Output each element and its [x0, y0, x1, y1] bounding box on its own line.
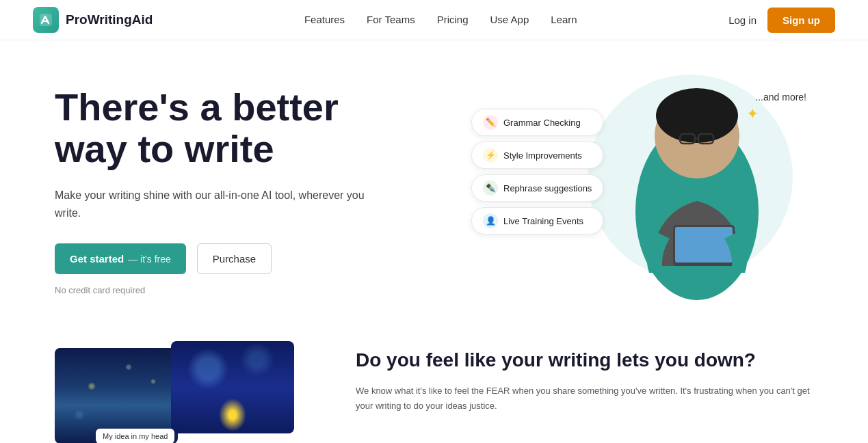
idea-bubble: My idea in my head [96, 429, 174, 443]
nav-for-teams[interactable]: For Teams [367, 14, 415, 25]
hero-section: There's a better way to write Make your … [0, 40, 868, 327]
nav-use-app[interactable]: Use App [490, 14, 529, 25]
star-decoration: ✦ [746, 105, 759, 123]
pill-style: ⚡ Style Improvements [471, 142, 603, 169]
logo-link[interactable]: ProWritingAid [33, 7, 153, 33]
training-icon: 👤 [483, 213, 498, 228]
rephrase-icon: ✒️ [483, 180, 498, 196]
logo-icon [33, 7, 59, 33]
nav-right: Log in Sign up [728, 8, 835, 33]
nav-learn[interactable]: Learn [551, 14, 577, 25]
purchase-button[interactable]: Purchase [197, 243, 272, 274]
artwork-stack: My idea in my head [55, 341, 287, 443]
svg-rect-8 [675, 227, 733, 263]
artwork-front-inner [171, 341, 294, 433]
nav-links: Features For Teams Pricing Use App Learn [304, 14, 577, 26]
signup-button[interactable]: Sign up [767, 8, 835, 33]
svg-rect-0 [40, 14, 52, 26]
second-right: Do you feel like your writing lets you d… [356, 341, 813, 414]
navbar: ProWritingAid Features For Teams Pricing… [0, 0, 868, 40]
no-credit-text: No credit card required [55, 285, 383, 295]
second-section: My idea in my head Do you feel like your… [0, 327, 868, 443]
svg-point-3 [656, 88, 738, 143]
second-left: My idea in my head [55, 341, 301, 443]
hero-illustration: ...and more! ✏️ Grammar Checking ⚡ Style… [471, 68, 813, 314]
nav-features[interactable]: Features [304, 14, 345, 25]
brand-name: ProWritingAid [66, 12, 153, 27]
get-started-button[interactable]: Get started — it's free [55, 243, 186, 274]
artwork-front [171, 341, 294, 433]
login-button[interactable]: Log in [728, 14, 757, 26]
section-title: Do you feel like your writing lets you d… [356, 348, 813, 373]
pill-training: 👤 Live Training Events [471, 207, 603, 234]
feature-pills: ✏️ Grammar Checking ⚡ Style Improvements… [471, 109, 603, 234]
pill-grammar: ✏️ Grammar Checking [471, 109, 603, 136]
style-icon: ⚡ [483, 148, 498, 163]
free-tag: — it's free [128, 254, 171, 265]
section-text: We know what it's like to feel the FEAR … [356, 384, 813, 414]
hero-title: There's a better way to write [55, 86, 383, 170]
nav-pricing[interactable]: Pricing [437, 14, 469, 25]
pill-rephrase: ✒️ Rephrase suggestions [471, 174, 603, 202]
more-label: ...and more! [755, 92, 806, 103]
grammar-icon: ✏️ [483, 115, 498, 130]
hero-cta: Get started — it's free Purchase [55, 243, 383, 274]
hero-subtitle: Make your writing shine with our all-in-… [55, 187, 383, 222]
illustration-container: ...and more! ✏️ Grammar Checking ⚡ Style… [471, 68, 813, 314]
hero-left: There's a better way to write Make your … [55, 86, 383, 295]
